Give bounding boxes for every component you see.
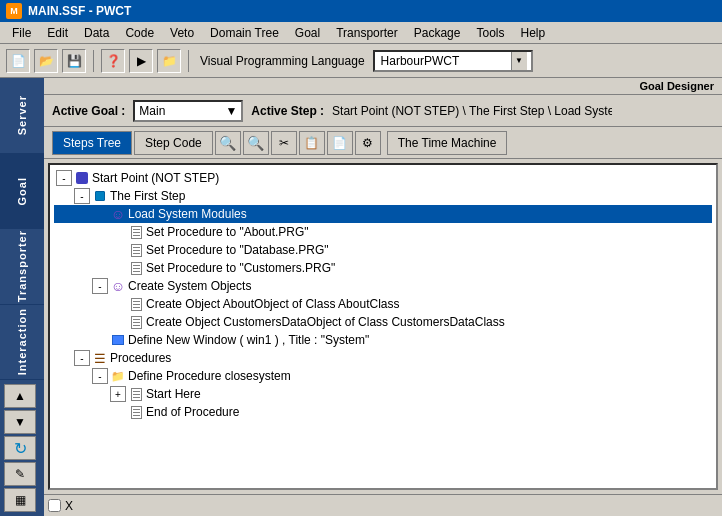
tree-area[interactable]: -Start Point (NOT STEP)-The First Step☺L…	[48, 163, 718, 490]
copy-btn[interactable]: 📋	[299, 131, 325, 155]
special-btn[interactable]: ⚙	[355, 131, 381, 155]
tree-node-14[interactable]: End of Procedure	[54, 403, 712, 421]
tree-node-text: Procedures	[110, 351, 171, 365]
new-btn[interactable]: 📄	[6, 49, 30, 73]
tree-node-7[interactable]: -☺Create System Objects	[54, 277, 712, 295]
menu-data[interactable]: Data	[76, 24, 117, 42]
doc-icon	[128, 242, 144, 258]
sidebar-server-label: Server	[16, 95, 28, 135]
steps-tree-tab[interactable]: Steps Tree	[52, 131, 132, 155]
tree-node-6[interactable]: Set Procedure to "Customers.PRG"	[54, 259, 712, 277]
window-icon	[110, 332, 126, 348]
sidebar-btn-table[interactable]: ▦	[4, 488, 36, 512]
tree-expander[interactable]: -	[92, 368, 108, 384]
tree-node-text: Set Procedure to "Customers.PRG"	[146, 261, 335, 275]
tree-node-11[interactable]: -☰Procedures	[54, 349, 712, 367]
menubar: FileEditDataCodeVetoDomain TreeGoalTrans…	[0, 22, 722, 44]
menu-goal[interactable]: Goal	[287, 24, 328, 42]
active-bar: Active Goal : Main ▼ Active Step : Start…	[44, 95, 722, 127]
goal-designer-title: Goal Designer	[639, 80, 714, 92]
menu-veto[interactable]: Veto	[162, 24, 202, 42]
zoom-out-btn[interactable]: 🔍	[243, 131, 269, 155]
folder-icon: 📁	[110, 368, 126, 384]
tree-node-13[interactable]: +Start Here	[54, 385, 712, 403]
active-step-label: Active Step :	[251, 104, 324, 118]
tree-node-10[interactable]: Define New Window ( win1 ) , Title : "Sy…	[54, 331, 712, 349]
time-machine-btn[interactable]: The Time Machine	[387, 131, 508, 155]
active-goal-arrow[interactable]: ▼	[225, 104, 237, 118]
sidebar-goal-label: Goal	[16, 177, 28, 205]
menu-file[interactable]: File	[4, 24, 39, 42]
tree-expander[interactable]: -	[92, 278, 108, 294]
tree-expander	[110, 314, 126, 330]
bottom-x-label: X	[65, 499, 73, 513]
menu-code[interactable]: Code	[117, 24, 162, 42]
tree-expander[interactable]: -	[74, 350, 90, 366]
cut-btn[interactable]: ✂	[271, 131, 297, 155]
bottom-checkbox[interactable]	[48, 499, 61, 512]
sidebar-tab-transporter[interactable]: Transporter	[0, 229, 44, 305]
tree-node-12[interactable]: -📁Define Procedure closesystem	[54, 367, 712, 385]
active-step-value: Start Point (NOT STEP) \ The First Step …	[332, 104, 612, 118]
titlebar: M MAIN.SSF - PWCT	[0, 0, 722, 22]
menu-edit[interactable]: Edit	[39, 24, 76, 42]
tree-node-1[interactable]: -Start Point (NOT STEP)	[54, 169, 712, 187]
tree-node-text: Create System Objects	[128, 279, 251, 293]
person-icon: ☺	[110, 278, 126, 294]
tree-expander[interactable]: -	[56, 170, 72, 186]
toolbar2: Steps Tree Step Code 🔍 🔍 ✂ 📋 📄 ⚙ The Tim…	[44, 127, 722, 159]
sidebar-btn-down[interactable]: ▼	[4, 410, 36, 434]
tree-node-4[interactable]: Set Procedure to "About.PRG"	[54, 223, 712, 241]
tree-node-8[interactable]: Create Object AboutObject of Class About…	[54, 295, 712, 313]
tree-node-text: The First Step	[110, 189, 185, 203]
tree-node-2[interactable]: -The First Step	[54, 187, 712, 205]
sidebar-transporter-label: Transporter	[16, 230, 28, 302]
sidebar-tab-goal[interactable]: Goal	[0, 154, 44, 230]
doc-icon	[128, 296, 144, 312]
tree-node-9[interactable]: Create Object CustomersDataObject of Cla…	[54, 313, 712, 331]
menu-transporter[interactable]: Transporter	[328, 24, 406, 42]
zoom-in-btn[interactable]: 🔍	[215, 131, 241, 155]
menu-help[interactable]: Help	[512, 24, 553, 42]
help-btn[interactable]: ❓	[101, 49, 125, 73]
sidebar-btn-edit[interactable]: ✎	[4, 462, 36, 486]
active-goal-value: Main	[139, 104, 223, 118]
menu-domain-tree[interactable]: Domain Tree	[202, 24, 287, 42]
language-combo[interactable]: HarbourPWCT ▼	[373, 50, 533, 72]
doc-icon	[128, 386, 144, 402]
tree-node-text: Define Procedure closesystem	[128, 369, 291, 383]
person-icon: ☺	[110, 206, 126, 222]
combo-arrow[interactable]: ▼	[511, 52, 527, 70]
paste-btn[interactable]: 📄	[327, 131, 353, 155]
vpl-label: Visual Programming Language	[196, 54, 369, 68]
doc-icon	[128, 314, 144, 330]
tree-node-text: Set Procedure to "Database.PRG"	[146, 243, 329, 257]
tree-expander[interactable]: +	[110, 386, 126, 402]
step-code-tab[interactable]: Step Code	[134, 131, 213, 155]
tree-expander	[110, 242, 126, 258]
tree-node-3[interactable]: ☺Load System Modules	[54, 205, 712, 223]
active-goal-combo[interactable]: Main ▼	[133, 100, 243, 122]
menu-tools[interactable]: Tools	[468, 24, 512, 42]
content-area: Goal Designer Active Goal : Main ▼ Activ…	[44, 78, 722, 516]
tree-expander[interactable]: -	[74, 188, 90, 204]
main-layout: Server Goal Transporter Interaction ▲ ▼ …	[0, 78, 722, 516]
menu-package[interactable]: Package	[406, 24, 469, 42]
open-btn[interactable]: 📂	[34, 49, 58, 73]
tree-node-text: Create Object CustomersDataObject of Cla…	[146, 315, 505, 329]
combo-value: HarbourPWCT	[379, 54, 509, 68]
sep1	[93, 50, 94, 72]
save-btn[interactable]: 💾	[62, 49, 86, 73]
tree-node-text: End of Procedure	[146, 405, 239, 419]
tree-node-5[interactable]: Set Procedure to "Database.PRG"	[54, 241, 712, 259]
sidebar-btn-up[interactable]: ▲	[4, 384, 36, 408]
doc-icon	[128, 260, 144, 276]
sidebar-tab-interaction[interactable]: Interaction	[0, 305, 44, 381]
run-btn[interactable]: ▶	[129, 49, 153, 73]
proc-icon: ☰	[92, 350, 108, 366]
sidebar-tab-server[interactable]: Server	[0, 78, 44, 154]
tree-expander	[92, 332, 108, 348]
folder-btn[interactable]: 📁	[157, 49, 181, 73]
tree-node-text: Start Here	[146, 387, 201, 401]
sidebar-btn-refresh[interactable]: ↻	[4, 436, 36, 460]
